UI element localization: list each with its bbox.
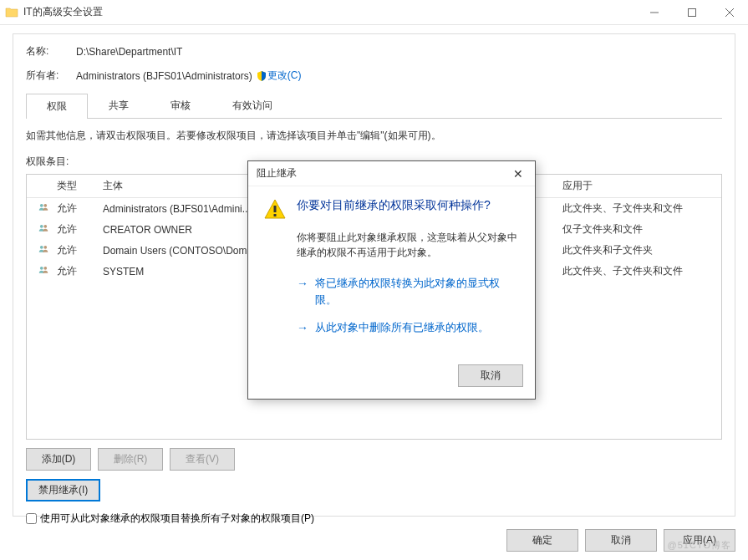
add-button[interactable]: 添加(D): [26, 448, 91, 471]
window-title: IT的高级安全设置: [23, 5, 635, 19]
block-inheritance-dialog: 阻止继承 ✕ 你要对目前继承的权限采取何种操作? 你将要阻止此对象继承权限，这意…: [247, 160, 536, 400]
row-applies: 此文件夹、子文件夹和文件: [556, 200, 721, 217]
row-type: 允许: [50, 262, 96, 280]
apply-button[interactable]: 应用(A): [664, 529, 735, 552]
svg-rect-12: [274, 206, 277, 212]
modal-title: 阻止继承: [257, 166, 297, 181]
replace-child-label: 使用可从此对象继承的权限项目替换所有子对象的权限项目(P): [40, 512, 314, 526]
row-applies: 此文件夹和子文件夹: [556, 242, 721, 259]
svg-point-4: [40, 204, 43, 207]
svg-point-5: [43, 204, 47, 207]
svg-point-11: [43, 267, 47, 270]
modal-explain: 你将要阻止此对象继承权限，这意味着从父对象中继承的权限不再适用于此对象。: [297, 230, 520, 260]
shield-icon: [256, 70, 267, 82]
row-applies: 仅子文件夹和文件: [556, 221, 721, 238]
modal-option-remove[interactable]: → 从此对象中删除所有已继承的权限。: [297, 319, 520, 336]
modal-close-button[interactable]: ✕: [510, 167, 527, 181]
users-icon: [38, 203, 48, 215]
users-icon: [38, 224, 48, 236]
row-type: 允许: [50, 221, 96, 238]
row-type: 允许: [50, 200, 96, 217]
modal-cancel-button[interactable]: 取消: [458, 364, 523, 387]
svg-point-7: [43, 225, 47, 228]
tabs: 权限 共享 审核 有效访问: [26, 93, 722, 119]
row-type: 允许: [50, 242, 96, 259]
titlebar: IT的高级安全设置: [0, 0, 748, 25]
tab-audit[interactable]: 审核: [150, 93, 211, 118]
disable-inheritance-button[interactable]: 禁用继承(I): [26, 479, 100, 501]
instructions-text: 如需其他信息，请双击权限项目。若要修改权限项目，请选择该项目并单击"编辑"(如果…: [26, 129, 722, 143]
maximize-button[interactable]: [673, 0, 710, 25]
svg-rect-1: [688, 8, 695, 16]
owner-label: 所有者:: [26, 69, 76, 83]
replace-child-checkbox[interactable]: [26, 513, 37, 524]
name-value: D:\Share\Department\IT: [76, 46, 182, 58]
name-label: 名称:: [26, 44, 76, 59]
tab-share[interactable]: 共享: [88, 93, 150, 118]
owner-value: Administrators (BJFS01\Administrators): [76, 70, 252, 82]
arrow-right-icon: →: [297, 321, 308, 334]
cancel-button[interactable]: 取消: [585, 529, 657, 552]
close-button[interactable]: [710, 0, 748, 25]
header-applies[interactable]: 应用于: [556, 175, 721, 197]
modal-question: 你要对目前继承的权限采取何种操作?: [297, 198, 491, 213]
view-button[interactable]: 查看(V): [170, 448, 235, 471]
row-applies: 此文件夹、子文件夹和文件: [556, 262, 721, 280]
users-icon: [38, 266, 48, 277]
modal-option-convert[interactable]: → 将已继承的权限转换为此对象的显式权限。: [297, 275, 520, 308]
dialog-footer: 确定 取消 应用(A): [506, 529, 735, 552]
svg-point-8: [40, 246, 43, 249]
arrow-right-icon: →: [297, 277, 308, 290]
folder-icon: [5, 6, 18, 19]
minimize-button[interactable]: [635, 0, 673, 25]
users-icon: [38, 245, 48, 257]
svg-point-9: [43, 246, 47, 249]
tab-effective[interactable]: 有效访问: [211, 93, 293, 118]
warning-icon: [263, 198, 287, 221]
change-owner-link[interactable]: 更改(C): [267, 69, 302, 83]
tab-permissions[interactable]: 权限: [26, 94, 88, 119]
svg-point-6: [40, 225, 43, 228]
svg-rect-13: [274, 214, 277, 216]
ok-button[interactable]: 确定: [506, 529, 578, 552]
remove-button[interactable]: 删除(R): [98, 448, 163, 471]
header-type[interactable]: 类型: [50, 175, 96, 197]
window-controls: [635, 0, 748, 25]
svg-point-10: [40, 267, 43, 270]
